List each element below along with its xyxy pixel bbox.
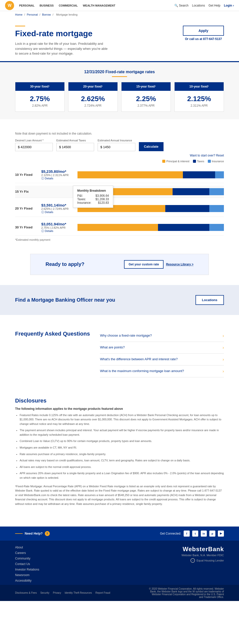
disclosures-title: Disclosures bbox=[15, 397, 224, 404]
bar-amount-30yr: $3,051.94/mo* bbox=[41, 222, 74, 226]
disc-bullet-1: The payment amount shown includes princi… bbox=[20, 428, 224, 437]
rate-card-20yr: 20-year fixed¹ 2.625% 2.724% APR bbox=[68, 82, 118, 112]
nav-locations[interactable]: Locations bbox=[192, 4, 205, 7]
faq-item-1[interactable]: What are points? › bbox=[100, 342, 224, 354]
nav-get-help[interactable]: Get Help bbox=[209, 4, 220, 7]
breakdown-pi-label: P&I: bbox=[77, 194, 83, 197]
footer-fraud[interactable]: Report Fraud bbox=[95, 591, 110, 594]
bar-row-10yr: 10 Yr Fixed $5,235.80/mo* 2.125% | 2.311… bbox=[15, 167, 224, 183]
nav-wealth[interactable]: Wealth Management bbox=[83, 4, 115, 7]
loan-input[interactable] bbox=[15, 143, 53, 151]
disclosures-list: Featured Rates include 0.125% off the ra… bbox=[15, 413, 224, 480]
footer-link-about[interactable]: About bbox=[15, 546, 39, 549]
bar-tax-20yr bbox=[165, 205, 209, 212]
footer-link-community[interactable]: Community bbox=[15, 557, 39, 560]
disc-bullet-2: Combined Loan to Value (CLTV) up to 90% … bbox=[20, 439, 224, 444]
nav-business[interactable]: Business bbox=[39, 4, 54, 7]
footer-identity[interactable]: Identity Theft Resources bbox=[65, 591, 92, 594]
breadcrumb-personal[interactable]: Personal bbox=[27, 13, 38, 16]
footer-link-accessibility[interactable]: Accessibility bbox=[15, 579, 39, 582]
logo[interactable]: W bbox=[5, 1, 14, 10]
legend-pi: Principal & interest bbox=[162, 160, 189, 163]
nav-personal[interactable]: Personal bbox=[19, 4, 34, 7]
resource-library-button[interactable]: Resource Library > bbox=[166, 260, 193, 269]
social-facebook[interactable]: f bbox=[184, 531, 190, 537]
bar-label-30yr: 30 Yr Fixed bbox=[15, 225, 38, 229]
social-pinterest[interactable]: p bbox=[209, 531, 215, 537]
bar-info-20yr: $3,591.14/mo* 2.625% | 2.724% APR ⓘ Deta… bbox=[41, 203, 74, 214]
nav-commercial[interactable]: Commercial bbox=[59, 4, 78, 7]
legend-pi-dot bbox=[162, 160, 165, 163]
calc-note: Note that down payment is not included i… bbox=[15, 132, 224, 135]
breakdown-taxes-row: Taxes: $1,208.33 bbox=[77, 197, 109, 201]
bar-row-30yr: 30 Yr Fixed $3,051.94/mo* 2.75% | 2.82% … bbox=[15, 219, 224, 236]
bar-row-15yr: 15 Yr Fix Monthly Breakdown P&I: $3,906.… bbox=[15, 186, 224, 198]
footer-brand: WebsterBank Webster Bank, N.A. Member FD… bbox=[181, 546, 224, 582]
breadcrumb-borrow[interactable]: Borrow bbox=[42, 13, 51, 16]
breakdown-ins-value: $120.83 bbox=[98, 201, 109, 205]
footer-need-help-left: Need Help? ? bbox=[15, 531, 50, 536]
breadcrumb-home[interactable]: Home bbox=[15, 13, 22, 16]
social-youtube[interactable]: ▶ bbox=[218, 531, 224, 537]
rate-pct-10yr: 2.125% bbox=[179, 95, 220, 103]
footer-social: Get Connected: f t in p ▶ bbox=[160, 531, 224, 537]
faq-item-2[interactable]: What's the difference between APR and in… bbox=[100, 354, 224, 366]
footer-privacy[interactable]: Privacy bbox=[53, 591, 61, 594]
legend-ins-dot bbox=[208, 160, 211, 163]
footer-security[interactable]: Security bbox=[40, 591, 49, 594]
disc-bullet-3: Mortgages are available in CT, MA, NY an… bbox=[20, 446, 224, 450]
nav-main-links: Personal Business Commercial Wealth Mana… bbox=[19, 4, 115, 7]
bar-info-10yr: $5,235.80/mo* 2.125% | 2.311% APR ⓘ Deta… bbox=[41, 169, 74, 180]
bar-details-30yr[interactable]: ⓘ Details bbox=[41, 229, 74, 233]
footer-link-investor[interactable]: Investor Relations bbox=[15, 568, 39, 571]
rate-label-15yr: 15-year fixed¹ bbox=[122, 82, 171, 91]
footer-link-contact[interactable]: Contact Us bbox=[15, 562, 39, 566]
insurance-input[interactable] bbox=[98, 143, 135, 151]
bar-pi-30yr bbox=[77, 224, 158, 231]
faq-question-2: What's the difference between APR and in… bbox=[100, 357, 178, 362]
calc-reset[interactable]: Want to start over? Reset bbox=[15, 154, 224, 157]
bar-details-20yr[interactable]: ⓘ Details bbox=[41, 210, 74, 214]
legend-ins-label: Insurance bbox=[212, 160, 224, 163]
find-text: Find a Mortgage Banking Officer near you bbox=[15, 297, 115, 303]
nav-search[interactable]: 🔍 Search bbox=[174, 4, 188, 7]
social-linkedin[interactable]: in bbox=[201, 531, 207, 537]
bar-visual-10yr bbox=[77, 171, 224, 178]
call-text: Or call us at 877-647-5137 bbox=[185, 37, 222, 41]
breakdown-ins-label: Insurance: bbox=[77, 201, 91, 205]
bar-info-30yr: $3,051.94/mo* 2.75% | 2.82% APR ⓘ Detail… bbox=[41, 222, 74, 233]
rate-card-10yr: 10-year fixed¹ 2.125% 2.311% APR bbox=[174, 82, 224, 112]
apply-button[interactable]: Apply bbox=[183, 26, 224, 36]
insurance-field: Estimated Annual Insurance bbox=[98, 139, 135, 151]
locations-button[interactable]: Locations bbox=[195, 295, 224, 305]
estimated-note: *Estimated monthly payment bbox=[15, 238, 224, 241]
monthly-breakdown-popup: Monthly Breakdown P&I: $3,906.64 Taxes: … bbox=[73, 186, 113, 208]
hero-description: Lock in a great rate for the life of you… bbox=[15, 41, 111, 56]
footer-link-newsroom[interactable]: Newsroom bbox=[15, 573, 39, 577]
bar-amount-20yr: $3,591.14/mo* bbox=[41, 203, 74, 207]
footer-disclosures[interactable]: Disclosures & Fees bbox=[15, 591, 37, 594]
footer-copyright: © 2020 Webster Financial Corporation. Al… bbox=[148, 587, 224, 598]
social-twitter[interactable]: t bbox=[192, 531, 198, 537]
custom-rate-button[interactable]: Get your custom rate bbox=[124, 260, 164, 269]
faq-item-0[interactable]: Why choose a fixed-rate mortgage? › bbox=[100, 330, 224, 342]
footer-ehl-text: Equal Housing Lender bbox=[196, 559, 224, 562]
legend-tax-label: Taxes bbox=[197, 160, 204, 163]
breadcrumb-current: Mortgage lending bbox=[56, 13, 77, 16]
bar-visual-30yr bbox=[77, 224, 224, 231]
legend-taxes: Taxes bbox=[193, 160, 204, 163]
faq-chevron-2: › bbox=[223, 357, 224, 362]
calculate-button[interactable]: Calculate bbox=[139, 142, 164, 151]
disc-bullet-0: Featured Rates include 0.125% off the ra… bbox=[20, 413, 224, 426]
insurance-label: Estimated Annual Insurance bbox=[98, 139, 135, 142]
bar-details-10yr[interactable]: ⓘ Details bbox=[41, 177, 74, 180]
footer-brand-sub: Webster Bank, N.A. Member FDIC bbox=[181, 554, 224, 557]
nav-login[interactable]: Login › bbox=[224, 4, 234, 7]
faq-item-3[interactable]: What is the maximum conforming mortgage … bbox=[100, 366, 224, 377]
rate-apr-20yr: 2.724% APR bbox=[72, 104, 113, 107]
tax-input[interactable] bbox=[56, 143, 94, 151]
footer-link-careers[interactable]: Careers bbox=[15, 551, 39, 555]
footer-need-help-text: Need Help? bbox=[25, 532, 43, 535]
faq-section: Frequently Asked Questions Why choose a … bbox=[0, 320, 239, 387]
breadcrumb: Home / Personal / Borrow / Mortgage lend… bbox=[0, 11, 239, 18]
